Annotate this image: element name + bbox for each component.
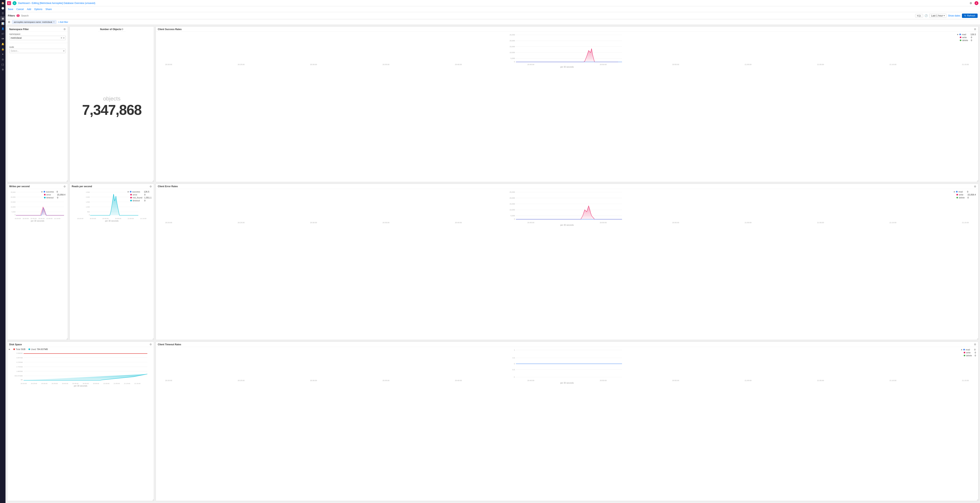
timeout-resize[interactable]: ⊿ <box>976 498 978 501</box>
timeout-legend-expand[interactable]: ▶ <box>961 349 963 351</box>
disk-legend-expand[interactable]: ▶ <box>9 348 10 350</box>
sidebar-icon-dashboard[interactable]: ▦ <box>0 16 5 21</box>
writes-success-value: 0 <box>57 190 58 193</box>
show-dates-button[interactable]: Show dates <box>948 14 960 17</box>
client-success-legend: ▶ read 126.5 write 0 delete 0 <box>957 33 976 42</box>
client-error-x-labels: 20:20:0020:25:0020:30:0020:35:0020:40:00… <box>158 222 977 224</box>
client-success-resize[interactable]: ⊿ <box>976 179 978 182</box>
client-success-x-labels: 20:20:0020:25:0020:30:0020:35:0020:40:00… <box>158 64 977 65</box>
filter-search-input[interactable] <box>21 14 914 17</box>
svg-text:0: 0 <box>514 61 515 63</box>
save-button[interactable]: Save <box>8 8 13 11</box>
breadcrumb-dashboard[interactable]: Dashboard <box>18 2 30 5</box>
writes-gear-icon[interactable]: ⚙ <box>64 185 66 188</box>
disk-gear-icon[interactable]: ⚙ <box>150 343 152 346</box>
sidebar-icon-target[interactable]: ◎ <box>0 57 5 62</box>
objects-resize-handle[interactable]: ⊿ <box>151 179 154 182</box>
writes-resize[interactable]: ⊿ <box>65 337 68 340</box>
top-nav-icons: ⚙ A <box>970 1 978 5</box>
sidebar-icon-plus[interactable]: ✦ <box>0 52 5 57</box>
client-success-gear-icon[interactable]: ⚙ <box>974 28 976 31</box>
disk-resize[interactable]: ⊿ <box>151 498 154 501</box>
refresh-label: Refresh <box>967 14 975 17</box>
client-error-legend: ▶ read 0 write 15,058.4 delete 0 <box>954 190 976 199</box>
namespace-panel-gear-icon[interactable]: ⚙ <box>64 28 66 31</box>
disk-used-dot <box>29 348 30 350</box>
reads-resize[interactable]: ⊿ <box>151 337 154 340</box>
timeout-write-value: 0 <box>975 351 976 354</box>
user-avatar[interactable]: A <box>975 1 978 5</box>
filter-settings-icon[interactable]: ⚙ <box>8 21 10 24</box>
objects-display: objects 7,347,868 <box>80 32 143 182</box>
client-error-resize[interactable]: ⊿ <box>976 337 978 340</box>
node-chevron-icon[interactable]: ▾ <box>63 50 64 52</box>
svg-text:15,000: 15,000 <box>509 203 515 205</box>
time-picker[interactable]: Last 1 hour ▾ <box>929 14 947 18</box>
svg-text:15,000: 15,000 <box>11 201 16 203</box>
disk-space-panel: Disk Space ⚙ ▶ Total 5GB Used 784.837MB <box>7 342 154 501</box>
svg-text:5,000: 5,000 <box>511 215 515 217</box>
sidebar-icon-clock[interactable]: 🕐 <box>0 6 5 11</box>
kql-button[interactable]: KQL <box>915 14 923 18</box>
legend-write-value: 0 <box>971 36 972 38</box>
cancel-button[interactable]: Cancel <box>16 8 24 11</box>
sidebar-icon-home[interactable]: 🏠 <box>0 1 5 5</box>
svg-text:5,000: 5,000 <box>511 57 515 59</box>
active-filter-tag[interactable]: aerospike.namespace.name: metricbeat ✕ <box>12 20 56 24</box>
client-error-header: Client Error Rates ⚙ <box>156 184 978 189</box>
reads-error-value: 0 <box>144 193 145 196</box>
client-error-x-axis-label: per 30 seconds <box>158 224 977 226</box>
error-delete-value: 0 <box>967 196 969 199</box>
sidebar: 🏠 🕐 ☰ ▦ 📊 👤 🏷 🗺 🔔 🔒 ✦ ◎ { } ⚙ <box>0 0 5 503</box>
timeout-read-value: 0 <box>974 348 975 351</box>
share-button[interactable]: Share <box>45 8 52 11</box>
error-legend-expand[interactable]: ▶ <box>954 191 955 193</box>
timeout-delete-dot <box>964 355 965 356</box>
edit-toolbar: Save Cancel Add Options Share <box>5 6 980 12</box>
sidebar-icon-code[interactable]: { } <box>0 62 5 67</box>
sidebar-icon-graph[interactable]: 📊 <box>0 21 5 26</box>
writes-legend-expand[interactable]: ▶ <box>41 191 43 193</box>
sidebar-icon-list[interactable]: ☰ <box>0 11 5 16</box>
reads-x-axis-label: per 30 seconds <box>71 220 152 222</box>
svg-text:0: 0 <box>514 363 515 365</box>
resize-handle[interactable]: ⊿ <box>65 179 68 182</box>
legend-expand-icon[interactable]: ▶ <box>957 34 959 35</box>
add-button[interactable]: Add <box>27 8 31 11</box>
error-delete-label: delete <box>959 196 967 199</box>
timeout-gear-icon[interactable]: ⚙ <box>974 343 976 346</box>
reads-timeout-dot <box>130 200 132 201</box>
namespace-panel-title: Namespace Filter <box>9 28 29 31</box>
sidebar-icon-users[interactable]: 👤 <box>0 26 5 31</box>
timeout-write-dot <box>964 352 965 353</box>
filter-tag-close-icon[interactable]: ✕ <box>53 21 55 23</box>
refresh-button[interactable]: ↻ Refresh <box>962 14 978 18</box>
breadcrumb-current: Editing [Metricbeat Aerospike] Database … <box>32 2 95 5</box>
clear-icon[interactable]: ✕ <box>60 37 62 39</box>
client-error-gear-icon[interactable]: ⚙ <box>974 185 976 188</box>
reads-legend-expand[interactable]: ▶ <box>128 191 129 193</box>
chevron-down-icon[interactable]: ▾ <box>63 37 64 39</box>
objects-panel-gear-icon[interactable]: ⚙ <box>121 28 124 31</box>
timeout-delete-value: 0 <box>975 354 976 357</box>
sidebar-icon-alert[interactable]: 🔔 <box>0 42 5 46</box>
node-select[interactable]: Select... ▾ <box>9 49 66 53</box>
time-label: Last 1 hour <box>931 14 943 17</box>
writes-x-axis-label: per 30 seconds <box>9 220 66 222</box>
add-filter-button[interactable]: + Add filter <box>58 21 68 23</box>
svg-text:1.863GB: 1.863GB <box>16 370 22 372</box>
reads-gear-icon[interactable]: ⚙ <box>150 185 152 188</box>
sidebar-icon-lock[interactable]: 🔒 <box>0 47 5 51</box>
namespace-select[interactable]: metricbeat ✕ ▾ <box>9 36 66 40</box>
reads-notfound-value: 1,551.1 <box>144 196 151 199</box>
svg-text:10,000: 10,000 <box>11 206 16 208</box>
disk-total-value: 5GB <box>21 348 25 350</box>
timeout-read-label: read <box>966 348 974 351</box>
sidebar-icon-gear[interactable]: ⚙ <box>0 67 5 72</box>
disk-x-axis-label: per 30 seconds <box>9 385 152 387</box>
options-button[interactable]: Options <box>34 8 42 11</box>
help-icon[interactable]: ⚙ <box>970 2 972 5</box>
sidebar-icon-tag[interactable]: 🏷 <box>0 32 5 36</box>
namespace-panel-header: Namespace Filter ⚙ <box>7 27 68 32</box>
sidebar-icon-map[interactable]: 🗺 <box>0 37 5 41</box>
